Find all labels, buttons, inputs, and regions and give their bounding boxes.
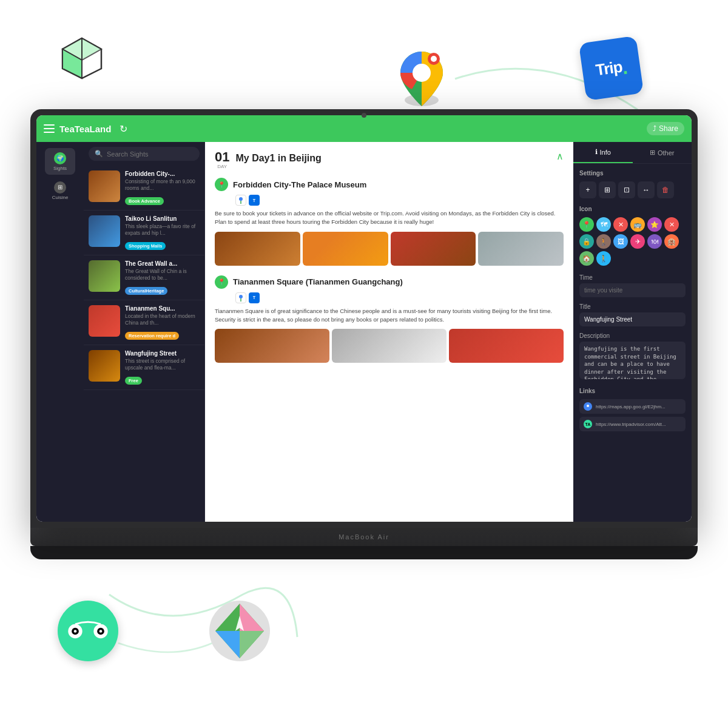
- list-item[interactable]: Wangfujing Street This street is compris…: [84, 345, 204, 390]
- svg-point-8: [431, 56, 437, 62]
- link-tripadvisor-icon: TA: [584, 420, 592, 428]
- day-number: 01 DAY: [215, 150, 229, 169]
- icon-option[interactable]: 🚶: [596, 251, 611, 266]
- trip-link-badge2[interactable]: T: [249, 292, 260, 303]
- laptop-wrapper: TeaTeaLand ↻ ⤴ Share 🌍 Sights: [30, 109, 698, 564]
- entry-photo: [215, 329, 329, 363]
- icon-option[interactable]: 🏨: [664, 234, 679, 249]
- sidebar-item-sights[interactable]: 🌍 Sights: [45, 148, 75, 175]
- entry-text: Tiananmen Square is of great significanc…: [215, 307, 564, 325]
- link-row-tripadvisor[interactable]: TA https://www.tripadvisor.com/Att...: [579, 417, 686, 431]
- google-maps-floating-icon: [388, 46, 455, 112]
- sights-icon: 🌍: [54, 152, 66, 164]
- settings-arrows-btn[interactable]: ↔: [638, 181, 655, 198]
- search-input[interactable]: [107, 150, 194, 158]
- sight-list: Forbidden City-... Consisting of more th…: [84, 166, 204, 522]
- info-icon: ℹ: [595, 148, 598, 156]
- entry-title: Forbidden City-The Palace Museum: [233, 180, 366, 189]
- links-label: Links: [579, 388, 686, 394]
- tripadvisor-floating-icon: [58, 601, 118, 661]
- trip-link-badge[interactable]: T: [249, 195, 260, 206]
- entry-photo: [478, 232, 564, 266]
- settings-add-btn[interactable]: +: [579, 181, 596, 198]
- svg-point-24: [587, 405, 589, 407]
- svg-point-22: [239, 197, 243, 201]
- entry-title: Tiananmen Square (Tiananmen Guangchang): [233, 277, 403, 286]
- link-tripadvisor-text: https://www.tripadvisor.com/Att...: [596, 422, 666, 427]
- svg-point-14: [99, 630, 103, 633]
- time-label: Time: [579, 274, 686, 281]
- list-item[interactable]: Tiananmen Squ... Located in the heart of…: [84, 300, 204, 345]
- sight-entry-tiananmen: 📍 Tiananmen Square (Tiananmen Guangchang…: [215, 275, 564, 363]
- icon-option[interactable]: ✕: [613, 217, 628, 232]
- sight-name: Taikoo Li Sanlitun: [125, 215, 200, 222]
- right-panel: ℹ Info ⊞ Other Settings +: [573, 142, 692, 522]
- entry-photos: [215, 329, 564, 363]
- link-row-gmaps[interactable]: https://maps.app.goo.gl/E2jhm...: [579, 399, 686, 414]
- icon-grid: 📍 🗺 ✕ 🚌 ⭐ ✕ 🔒 🚶 🖼 ✈ 🍽 🏨: [579, 217, 686, 266]
- list-item[interactable]: Taikoo Li Sanlitun This sleek plaza—a fa…: [84, 211, 204, 255]
- menu-button[interactable]: [44, 124, 55, 133]
- sight-name: Forbidden City-...: [125, 170, 200, 177]
- icon-option[interactable]: 🚶: [596, 234, 611, 249]
- icon-option[interactable]: 🍽: [647, 234, 662, 249]
- svg-point-23: [239, 295, 243, 298]
- description-label: Description: [579, 332, 686, 339]
- cube-floating-icon: [58, 33, 106, 82]
- search-panel: 🔍 Forbidden City-... Consisting of more …: [84, 142, 205, 522]
- collapse-button[interactable]: ∧: [556, 150, 564, 162]
- icon-option[interactable]: 📍: [579, 217, 594, 232]
- day-title: My Day1 in Beijing: [235, 150, 550, 164]
- icon-option[interactable]: 🗺: [596, 217, 611, 232]
- sight-entry-header: 📍 Tiananmen Square (Tiananmen Guangchang…: [215, 275, 564, 289]
- sight-name: Wangfujing Street: [125, 350, 200, 357]
- laptop-base: MacBook Air: [30, 528, 698, 546]
- share-button[interactable]: ⤴ Share: [647, 122, 684, 135]
- title-label: Title: [579, 303, 686, 310]
- settings-grid-btn[interactable]: ⊞: [599, 181, 616, 198]
- sight-tag: Book Advance: [125, 197, 164, 205]
- main-content: 01 DAY My Day1 in Beijing ∧ 📍 Forbidden …: [205, 142, 573, 522]
- settings-delete-btn[interactable]: 🗑: [657, 181, 674, 198]
- description-textarea[interactable]: Wangfujing is the first commercial stree…: [579, 342, 686, 379]
- tab-other[interactable]: ⊞ Other: [633, 142, 692, 163]
- laptop-camera: [362, 113, 366, 118]
- icon-option[interactable]: 🖼: [613, 234, 628, 249]
- icon-label: Icon: [579, 206, 686, 212]
- sight-desc: This street is comprised of upscale and …: [125, 358, 200, 371]
- sight-desc: This sleek plaza—a favo rite of expats a…: [125, 223, 200, 237]
- sight-tag: CulturalHeritage: [125, 287, 167, 295]
- icon-option[interactable]: ✈: [630, 234, 645, 249]
- sight-thumbnail: [89, 350, 120, 382]
- trip-floating-icon: Trip.: [582, 39, 640, 97]
- icon-option[interactable]: 🔒: [579, 234, 594, 249]
- time-input[interactable]: [579, 283, 686, 297]
- sight-entry-forbidden: 📍 Forbidden City-The Palace Museum T Be …: [215, 178, 564, 266]
- svg-point-6: [413, 64, 431, 82]
- sight-name: The Great Wall a...: [125, 260, 200, 267]
- sidebar-cuisine-label: Cuisine: [52, 195, 69, 200]
- cuisine-icon: ⊞: [54, 181, 66, 194]
- icon-option[interactable]: 🏠: [579, 251, 594, 266]
- icon-option[interactable]: ⭐: [647, 217, 662, 232]
- sidebar-item-cuisine[interactable]: ⊞ Cuisine: [45, 177, 75, 204]
- icon-option[interactable]: 🚌: [630, 217, 645, 232]
- icon-option[interactable]: ✕: [664, 217, 679, 232]
- tab-info[interactable]: ℹ Info: [573, 142, 633, 163]
- sight-entry-header: 📍 Forbidden City-The Palace Museum: [215, 178, 564, 191]
- app-body: 🌍 Sights ⊞ Cuisine 🔍: [36, 142, 692, 522]
- title-input[interactable]: [579, 312, 686, 326]
- entry-photo: [332, 329, 447, 363]
- list-item[interactable]: Forbidden City-... Consisting of more th…: [84, 166, 204, 211]
- sidebar: 🌍 Sights ⊞ Cuisine: [36, 142, 84, 522]
- entry-links: T: [217, 292, 564, 303]
- list-item[interactable]: The Great Wall a... The Great Wall of Ch…: [84, 255, 204, 300]
- refresh-icon[interactable]: ↻: [120, 123, 127, 135]
- gmaps-link-badge[interactable]: [235, 195, 246, 206]
- gmaps-link-badge2[interactable]: [235, 292, 246, 303]
- day-header: 01 DAY My Day1 in Beijing ∧: [215, 150, 564, 169]
- entry-photo: [215, 232, 300, 266]
- settings-box-btn[interactable]: ⊡: [618, 181, 635, 198]
- sight-thumbnail: [89, 170, 120, 202]
- settings-label: Settings: [579, 170, 686, 177]
